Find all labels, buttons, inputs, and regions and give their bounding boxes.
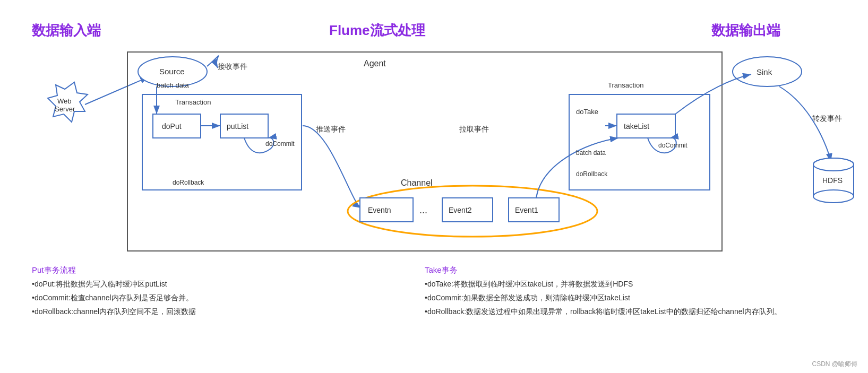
put-item-3: •doRollback:channel内存队列空间不足，回滚数据	[32, 306, 393, 317]
svg-text:Server: Server	[55, 105, 75, 113]
svg-text:takeList: takeList	[624, 122, 649, 131]
svg-text:推送事件: 推送事件	[316, 125, 346, 133]
svg-text:Transaction: Transaction	[608, 81, 643, 89]
svg-text:doRollback: doRollback	[173, 179, 204, 186]
svg-rect-26	[442, 198, 493, 222]
bottom-left-section: Put事务流程 •doPut:将批数据先写入临时缓冲区putList •doCo…	[32, 265, 393, 320]
svg-text:doCommit: doCommit	[265, 140, 295, 148]
svg-rect-11	[142, 94, 302, 190]
svg-text:转发事件: 转发事件	[812, 114, 842, 123]
put-item-1: •doPut:将批数据先写入临时缓冲区putList	[32, 279, 393, 290]
svg-text:Transaction: Transaction	[175, 98, 211, 106]
put-item-2-text: •doCommit:检查channel内存队列是否足够合并。	[32, 293, 193, 302]
svg-point-46	[813, 158, 854, 171]
svg-text:拉取事件: 拉取事件	[459, 125, 489, 133]
svg-rect-31	[569, 94, 710, 190]
section-title-flume: Flume流式处理	[329, 21, 425, 40]
svg-text:batch data: batch data	[157, 81, 189, 89]
svg-point-7	[138, 57, 207, 86]
svg-point-40	[733, 57, 802, 86]
svg-rect-13	[153, 114, 201, 138]
svg-text:doPut: doPut	[162, 122, 182, 131]
take-item-3: •doRollback:数据发送过程中如果出现异常，rollback将临时缓冲区…	[425, 306, 839, 317]
put-transaction-title: Put事务流程	[32, 265, 393, 275]
put-item-2: •doCommit:检查channel内存队列是否足够合并。	[32, 292, 393, 303]
svg-rect-34	[617, 114, 675, 138]
svg-text:HDFS: HDFS	[822, 176, 843, 185]
svg-marker-2	[48, 82, 88, 122]
put-item-1-text: •doPut:将批数据先写入临时缓冲区putList	[32, 280, 167, 288]
take-item-1: •doTake:将数据取到临时缓冲区takeList，并将数据发送到HDFS	[425, 279, 839, 290]
take-transaction-title: Take事务	[425, 265, 839, 275]
svg-point-45	[813, 190, 854, 203]
svg-text:Web: Web	[57, 97, 72, 105]
take-item-3-text: •doRollback:数据发送过程中如果出现异常，rollback将临时缓冲区…	[425, 307, 781, 316]
svg-point-43	[813, 158, 854, 171]
svg-text:Channel: Channel	[401, 178, 433, 187]
svg-text:Sink: Sink	[757, 67, 772, 76]
take-item-2-text: •doCommit:如果数据全部发送成功，则清除临时缓冲区takeList	[425, 293, 630, 302]
svg-text:putList: putList	[227, 122, 248, 131]
put-item-3-text: •doRollback:channel内存队列空间不足，回滚数据	[32, 307, 196, 316]
svg-text:doTake: doTake	[576, 108, 598, 116]
svg-text:doRollback: doRollback	[576, 170, 608, 178]
svg-text:Event2: Event2	[449, 206, 472, 214]
svg-text:Event1: Event1	[515, 206, 538, 214]
svg-text:Agent: Agent	[364, 59, 386, 68]
svg-point-22	[348, 186, 597, 237]
take-item-1-text: •doTake:将数据取到临时缓冲区takeList，并将数据发送到HDFS	[425, 280, 633, 288]
svg-text:接收事件: 接收事件	[218, 62, 247, 71]
svg-text:Eventn: Eventn	[368, 206, 391, 214]
svg-rect-15	[220, 114, 268, 138]
svg-text:batch data: batch data	[576, 149, 606, 157]
svg-rect-44	[813, 164, 854, 196]
svg-rect-28	[509, 198, 559, 222]
main-container: 数据输入端 Flume流式处理 数据输出端 Web Server Agent S…	[0, 0, 868, 373]
csdn-watermark: CSDN @喻师傅	[812, 360, 857, 369]
svg-text:doCommit: doCommit	[658, 142, 687, 149]
bottom-right-section: Take事务 •doTake:将数据取到临时缓冲区takeList，并将数据发送…	[425, 265, 839, 320]
svg-rect-5	[127, 52, 722, 251]
svg-text:...: ...	[419, 205, 427, 215]
svg-rect-23	[360, 198, 413, 222]
take-item-2: •doCommit:如果数据全部发送成功，则清除临时缓冲区takeList	[425, 292, 839, 303]
section-title-output: 数据输出端	[711, 21, 780, 40]
svg-text:Source: Source	[159, 67, 185, 76]
section-title-input: 数据输入端	[32, 21, 101, 40]
